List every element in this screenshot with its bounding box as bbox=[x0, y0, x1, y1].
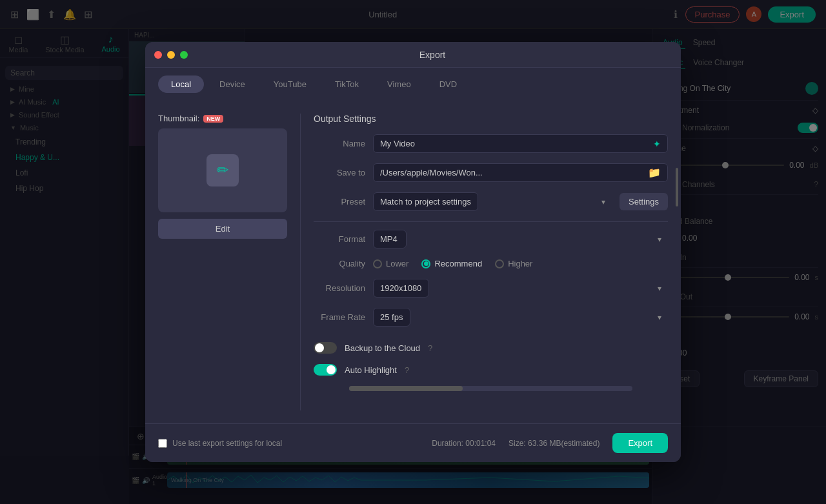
tab-local[interactable]: Local bbox=[158, 76, 204, 93]
backup-cloud-toggle[interactable] bbox=[314, 342, 337, 354]
scroll-thumb[interactable] bbox=[349, 386, 463, 391]
traffic-light-close[interactable] bbox=[154, 51, 162, 59]
tab-tiktok[interactable]: TikTok bbox=[322, 76, 372, 93]
tab-device[interactable]: Device bbox=[206, 76, 258, 93]
lower-radio bbox=[373, 259, 382, 268]
app-container: ⊞ ⬜ ⬆ 🔔 ⊞ Untitled ℹ Purchase A Export ◻… bbox=[0, 0, 826, 504]
higher-label: Higher bbox=[508, 259, 532, 268]
recommend-label: Recommend bbox=[434, 259, 482, 268]
save-to-input-wrapper: 📁 bbox=[373, 163, 668, 182]
dialog-body: Thumbnail: NEW ✏ Edit Output Settings Na… bbox=[145, 101, 681, 423]
dialog-footer: Use last export settings for local Durat… bbox=[145, 423, 681, 462]
duration-info: Duration: 00:01:04 bbox=[432, 439, 496, 448]
format-select[interactable]: MP4 MOV AVI bbox=[373, 230, 407, 248]
export-tabs: Local Device YouTube TikTok Vimeo DVD bbox=[145, 68, 681, 101]
auto-highlight-label: Auto Highlight bbox=[345, 365, 397, 375]
preset-select-wrapper: Match to project settings Custom bbox=[373, 192, 612, 211]
last-settings-checkbox[interactable] bbox=[158, 439, 167, 448]
footer-right: Duration: 00:01:04 Size: 63.36 MB(estima… bbox=[432, 433, 668, 453]
backup-cloud-row: Backup to the Cloud ? bbox=[314, 337, 668, 359]
footer-left: Use last export settings for local bbox=[158, 439, 282, 448]
thumbnail-panel: Thumbnail: NEW ✏ Edit bbox=[158, 114, 287, 410]
backup-cloud-label: Backup to the Cloud bbox=[345, 343, 420, 353]
duration-value: 00:01:04 bbox=[465, 439, 496, 448]
settings-button[interactable]: Settings bbox=[620, 193, 668, 210]
traffic-light-minimize[interactable] bbox=[167, 51, 175, 59]
quality-recommend[interactable]: Recommend bbox=[421, 259, 482, 268]
save-to-label: Save to bbox=[314, 168, 365, 177]
scroll-bar bbox=[349, 386, 632, 391]
dialog-title: Export bbox=[193, 50, 672, 60]
last-settings-label: Use last export settings for local bbox=[172, 439, 282, 448]
lower-label: Lower bbox=[386, 259, 408, 268]
frame-rate-select-wrapper: 24 fps 25 fps 30 fps 60 fps bbox=[373, 308, 668, 327]
modal-overlay: Export Local Device YouTube TikTok Vimeo… bbox=[0, 0, 826, 504]
format-select-wrapper: MP4 MOV AVI bbox=[373, 230, 668, 248]
auto-highlight-row: Auto Highlight ? bbox=[314, 359, 668, 381]
dialog-titlebar: Export bbox=[145, 42, 681, 68]
format-row: Format MP4 MOV AVI bbox=[314, 230, 668, 248]
new-badge: NEW bbox=[203, 115, 223, 123]
tab-dvd[interactable]: DVD bbox=[427, 76, 470, 93]
preset-select[interactable]: Match to project settings Custom bbox=[373, 192, 478, 211]
thumbnail-label: Thumbnail: NEW bbox=[158, 114, 287, 123]
quality-higher[interactable]: Higher bbox=[495, 259, 532, 268]
size-value: 63.36 MB(estimated) bbox=[528, 439, 599, 448]
output-settings-title: Output Settings bbox=[314, 114, 668, 124]
frame-rate-select[interactable]: 24 fps 25 fps 30 fps 60 fps bbox=[373, 308, 410, 327]
save-to-row: Save to 📁 bbox=[314, 163, 668, 182]
scroll-indicator bbox=[676, 168, 678, 207]
resolution-select-wrapper: 1920x1080 1280x720 3840x2160 bbox=[373, 279, 668, 297]
tab-vimeo[interactable]: Vimeo bbox=[374, 76, 424, 93]
traffic-light-maximize[interactable] bbox=[180, 51, 188, 59]
ai-enhance-icon[interactable]: ✦ bbox=[653, 139, 661, 149]
save-to-input[interactable] bbox=[380, 164, 648, 181]
frame-rate-label: Frame Rate bbox=[314, 312, 365, 322]
size-label: Size: bbox=[509, 439, 526, 448]
preset-row: Preset Match to project settings Custom … bbox=[314, 192, 668, 211]
recommend-radio bbox=[421, 259, 430, 268]
export-button[interactable]: Export bbox=[612, 433, 668, 453]
backup-help-icon[interactable]: ? bbox=[428, 343, 432, 353]
higher-radio bbox=[495, 259, 504, 268]
duration-label: Duration: bbox=[432, 439, 463, 448]
export-dialog: Export Local Device YouTube TikTok Vimeo… bbox=[145, 42, 681, 462]
resolution-row: Resolution 1920x1080 1280x720 3840x2160 bbox=[314, 279, 668, 297]
preset-label: Preset bbox=[314, 197, 365, 207]
quality-lower[interactable]: Lower bbox=[373, 259, 408, 268]
auto-highlight-toggle[interactable] bbox=[314, 364, 337, 376]
resolution-select[interactable]: 1920x1080 1280x720 3840x2160 bbox=[373, 279, 429, 297]
name-input-wrapper: ✦ bbox=[373, 134, 668, 153]
folder-icon[interactable]: 📁 bbox=[648, 166, 661, 179]
quality-row: Quality Lower Recommend bbox=[314, 259, 668, 268]
pencil-icon: ✏ bbox=[206, 154, 239, 186]
name-label: Name bbox=[314, 139, 365, 148]
quality-label: Quality bbox=[314, 259, 365, 268]
format-label: Format bbox=[314, 234, 365, 244]
edit-thumbnail-button[interactable]: Edit bbox=[158, 219, 287, 239]
tab-youtube[interactable]: YouTube bbox=[261, 76, 319, 93]
settings-separator-1 bbox=[314, 221, 668, 222]
thumbnail-text: Thumbnail: bbox=[158, 114, 199, 123]
frame-rate-row: Frame Rate 24 fps 25 fps 30 fps 60 fps bbox=[314, 308, 668, 327]
name-input[interactable] bbox=[380, 135, 653, 152]
resolution-label: Resolution bbox=[314, 283, 365, 293]
name-row: Name ✦ bbox=[314, 134, 668, 153]
size-info: Size: 63.36 MB(estimated) bbox=[509, 439, 599, 448]
auto-highlight-help-icon[interactable]: ? bbox=[405, 365, 409, 375]
dialog-divider bbox=[300, 114, 301, 410]
quality-options: Lower Recommend Higher bbox=[373, 259, 532, 268]
thumbnail-preview: ✏ bbox=[158, 128, 287, 212]
settings-panel: Output Settings Name ✦ Save to bbox=[314, 114, 668, 410]
